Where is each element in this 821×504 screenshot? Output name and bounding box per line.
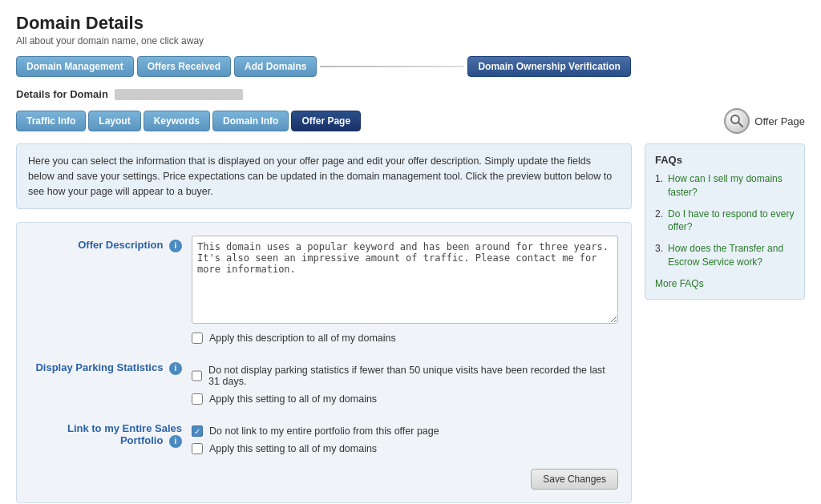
display-parking-control: Do not display parking statistics if few…	[192, 358, 618, 405]
domain-blurred-value	[115, 89, 243, 100]
info-box-text: Here you can select the information that…	[28, 155, 612, 197]
display-parking-label: Display Parking Statistics i	[30, 358, 182, 375]
svg-line-1	[738, 123, 742, 127]
offer-page-right-area: Offer Page	[724, 108, 805, 134]
do-not-display-checkbox-row: Do not display parking statistics if few…	[192, 365, 618, 387]
tab-row: Traffic Info Layout Keywords Domain Info…	[16, 108, 805, 134]
display-parking-info-icon[interactable]: i	[169, 362, 182, 375]
nav-btn-domain-management[interactable]: Domain Management	[16, 56, 134, 77]
apply-description-checkbox[interactable]	[192, 333, 203, 344]
apply-description-checkbox-row: Apply this description to all of my doma…	[192, 333, 618, 344]
apply-description-label: Apply this description to all of my doma…	[209, 333, 396, 344]
tab-traffic-info[interactable]: Traffic Info	[16, 111, 86, 131]
do-not-link-checkbox-row: ✓ Do not link to my entire portfolio fro…	[192, 425, 618, 437]
tabs-left: Traffic Info Layout Keywords Domain Info…	[16, 111, 361, 131]
tab-layout[interactable]: Layout	[88, 111, 140, 131]
offer-description-control: This domain uses a popular keyword and h…	[192, 236, 618, 344]
domain-details-label: Details for Domain	[16, 88, 108, 100]
faq-list: 1. How can I sell my domains faster? 2. …	[655, 172, 795, 269]
page-subtitle: All about your domain name, one click aw…	[16, 35, 805, 46]
apply-link-setting-checkbox[interactable]	[192, 443, 203, 454]
save-row: Save Changes	[30, 469, 618, 490]
faq-link-3[interactable]: How does the Transfer and Escrow Service…	[668, 242, 795, 269]
nav-btn-domain-ownership[interactable]: Domain Ownership Verification	[467, 56, 630, 77]
more-faqs-link[interactable]: More FAQs	[655, 278, 704, 289]
offer-description-row: Offer Description i This domain uses a p…	[30, 236, 618, 344]
apply-link-setting-checkbox-row: Apply this setting to all of my domains	[192, 443, 618, 454]
apply-link-setting-label: Apply this setting to all of my domains	[209, 443, 377, 454]
main-content: Here you can select the information that…	[16, 143, 805, 503]
info-box: Here you can select the information that…	[16, 143, 632, 209]
nav-btn-offers-received[interactable]: Offers Received	[137, 56, 231, 77]
offer-description-info-icon[interactable]: i	[169, 240, 182, 252]
faq-title: FAQs	[655, 154, 795, 166]
apply-parking-setting-label: Apply this setting to all of my domains	[209, 393, 377, 405]
link-portfolio-info-icon[interactable]: i	[169, 435, 182, 448]
offer-page-icon	[724, 108, 750, 134]
nav-divider	[320, 66, 464, 67]
form-section: Offer Description i This domain uses a p…	[16, 222, 632, 503]
faq-sidebar: FAQs 1. How can I sell my domains faster…	[645, 143, 805, 503]
domain-details-row: Details for Domain	[16, 88, 805, 100]
content-left: Here you can select the information that…	[16, 143, 632, 503]
link-portfolio-control: ✓ Do not link to my entire portfolio fro…	[192, 419, 618, 454]
faq-item-1: 1. How can I sell my domains faster?	[655, 172, 795, 200]
apply-parking-setting-checkbox-row: Apply this setting to all of my domains	[192, 393, 618, 405]
tab-keywords[interactable]: Keywords	[144, 111, 210, 131]
apply-parking-setting-checkbox[interactable]	[192, 393, 203, 405]
do-not-link-label: Do not link to my entire portfolio from …	[209, 425, 439, 437]
link-portfolio-label: Link to my Entire Sales Portfolio i	[30, 419, 182, 448]
faq-link-1[interactable]: How can I sell my domains faster?	[668, 172, 795, 200]
faq-box: FAQs 1. How can I sell my domains faster…	[645, 143, 805, 300]
faq-item-3: 3. How does the Transfer and Escrow Serv…	[655, 242, 795, 269]
top-nav: Domain Management Offers Received Add Do…	[16, 56, 805, 77]
page-wrapper: Domain Details All about your domain nam…	[0, 0, 821, 504]
faq-link-2[interactable]: Do I have to respond to every offer?	[668, 208, 795, 235]
save-changes-button[interactable]: Save Changes	[531, 469, 618, 490]
do-not-display-checkbox[interactable]	[192, 370, 202, 381]
tab-offer-page[interactable]: Offer Page	[291, 111, 361, 131]
nav-btn-add-domains[interactable]: Add Domains	[234, 56, 317, 77]
offer-description-label: Offer Description i	[30, 236, 182, 252]
offer-page-right-label[interactable]: Offer Page	[754, 115, 805, 127]
link-portfolio-row: Link to my Entire Sales Portfolio i ✓ Do…	[30, 419, 618, 454]
display-parking-row: Display Parking Statistics i Do not disp…	[30, 358, 618, 405]
faq-item-2: 2. Do I have to respond to every offer?	[655, 208, 795, 235]
tab-domain-info[interactable]: Domain Info	[212, 111, 289, 131]
page-title: Domain Details	[16, 13, 805, 34]
do-not-link-checkbox-checked[interactable]: ✓	[192, 425, 203, 437]
offer-description-textarea[interactable]: This domain uses a popular keyword and h…	[192, 236, 618, 324]
do-not-display-label: Do not display parking statistics if few…	[208, 365, 618, 387]
